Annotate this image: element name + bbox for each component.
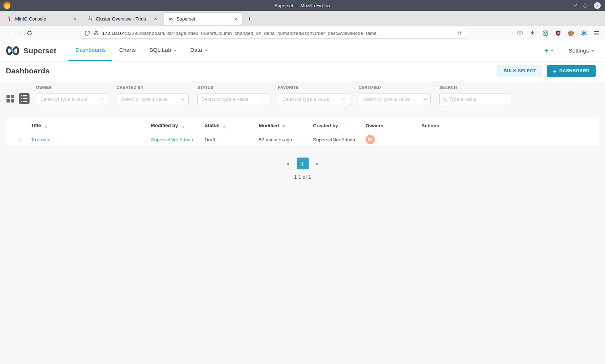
favorite-star-icon[interactable]: ☆ xyxy=(6,136,22,144)
extension-green-icon[interactable] xyxy=(542,30,548,36)
modified-value: 57 minutes ago xyxy=(259,137,292,142)
tab-minio-console[interactable]: MinIO Console × xyxy=(2,13,81,25)
filter-certified: CERTIFIED Select or type a value xyxy=(359,85,431,105)
forward-icon[interactable]: → xyxy=(14,28,24,38)
tab-close-icon[interactable]: × xyxy=(233,16,239,22)
owner-avatar[interactable]: SA xyxy=(366,135,375,144)
superset-brand[interactable]: Superset xyxy=(0,40,56,61)
svg-text:UD: UD xyxy=(557,32,560,34)
filter-owner: OWNER Select or type a value xyxy=(36,85,108,105)
page-number-button[interactable]: 1 xyxy=(297,158,309,169)
window-close-icon[interactable]: × xyxy=(594,2,601,9)
chevron-down-icon xyxy=(591,50,594,52)
prev-page-button[interactable]: « xyxy=(283,158,293,169)
insecure-lock-icon[interactable] xyxy=(93,31,99,36)
sort-icons xyxy=(45,125,47,129)
tab-strip: MinIO Console × Cluster Overview - Trino… xyxy=(0,11,605,26)
created-by-value: SupersetNur Admin xyxy=(313,137,355,142)
created-by-select[interactable]: Select or type a value xyxy=(117,93,189,105)
dashboards-table: Title Modified by Status Modified xyxy=(6,119,599,146)
ublock-shield-icon[interactable]: UD xyxy=(555,30,561,36)
column-header-owners: Owners xyxy=(366,119,421,133)
chevron-down-icon xyxy=(174,50,176,51)
tab-close-icon[interactable]: × xyxy=(72,16,78,22)
sort-icons xyxy=(223,125,225,129)
sort-icons-active-desc xyxy=(283,126,285,127)
column-header-title[interactable]: Title xyxy=(31,119,151,133)
superset-favicon: ∞ xyxy=(168,16,174,22)
tab-superset[interactable]: ∞ Superset × xyxy=(163,13,242,25)
chevron-down-icon xyxy=(342,96,346,100)
tab-trino-cluster-overview[interactable]: Cluster Overview - Trino × xyxy=(83,13,161,25)
chevron-down-icon xyxy=(423,96,427,100)
menu-icon[interactable] xyxy=(594,31,599,35)
search-input[interactable] xyxy=(449,96,506,102)
filter-status: STATUS Select or type a value xyxy=(197,85,269,105)
url-text: 172.18.0.4:32295/dashboard/list/?pageInd… xyxy=(102,31,377,36)
downloads-icon[interactable] xyxy=(530,30,535,36)
page-header: Dashboards BULK SELECT + DASHBOARD xyxy=(0,61,605,81)
bookmark-star-icon[interactable]: ☆ xyxy=(457,30,462,36)
plus-icon: + xyxy=(544,47,548,54)
browser-toolbar: ← → 172.18.0.4:32295/dashboard/list/?pag… xyxy=(0,26,605,40)
dashboard-title-link[interactable]: Taxi data xyxy=(31,137,50,142)
status-select[interactable]: Select or type a value xyxy=(197,93,269,105)
column-header-created-by: Created by xyxy=(313,119,366,133)
settings-menu[interactable]: Settings xyxy=(569,47,594,54)
tracking-shield-icon[interactable] xyxy=(85,31,90,36)
asterisk-extension-icon[interactable] xyxy=(581,30,587,36)
column-header-modified-by[interactable]: Modified by xyxy=(151,119,205,133)
list-view-icon[interactable] xyxy=(19,93,30,104)
nav-item-dashboards[interactable]: Dashboards xyxy=(68,40,112,61)
minimize-icon[interactable] xyxy=(573,3,577,6)
column-header-modified[interactable]: Modified xyxy=(259,119,313,133)
new-tab-button[interactable]: + xyxy=(244,14,255,24)
sort-icons xyxy=(182,125,184,129)
dashboard-list-content: OWNER Select or type a value CREATED BY … xyxy=(0,81,605,364)
url-bar[interactable]: 172.18.0.4:32295/dashboard/list/?pageInd… xyxy=(81,28,466,38)
tab-close-icon[interactable]: × xyxy=(153,16,158,22)
brand-name: Superset xyxy=(23,46,56,55)
superset-logo-icon xyxy=(5,46,20,55)
pocket-icon[interactable] xyxy=(517,30,523,36)
minio-flamingo-icon xyxy=(6,16,12,22)
new-item-menu[interactable]: + xyxy=(544,47,554,54)
nav-item-charts[interactable]: Charts xyxy=(112,40,143,61)
plus-icon: + xyxy=(553,68,556,74)
favorite-select[interactable]: Select or type a value xyxy=(278,93,350,105)
certified-select[interactable]: Select or type a value xyxy=(359,93,431,105)
pagination-summary: 1-1 of 1 xyxy=(0,174,605,180)
window-titlebar: Superset — Mozilla Firefox × xyxy=(0,0,605,11)
trino-rabbit-icon xyxy=(87,16,93,22)
table-header-row: Title Modified by Status Modified xyxy=(6,119,599,133)
reload-icon[interactable] xyxy=(24,28,35,38)
filter-bar: OWNER Select or type a value CREATED BY … xyxy=(0,81,605,105)
tab-label: MinIO Console xyxy=(15,16,72,22)
chevron-down-icon xyxy=(205,50,207,51)
card-view-icon[interactable] xyxy=(6,95,14,103)
chevron-down-icon xyxy=(100,96,104,100)
column-header-actions: Actions xyxy=(421,119,599,133)
bulk-select-button[interactable]: BULK SELECT xyxy=(497,65,542,77)
nav-item-data[interactable]: Data xyxy=(183,40,214,61)
status-value: Draft xyxy=(205,137,215,142)
chevron-down-icon xyxy=(551,50,554,52)
chevron-down-icon xyxy=(181,96,185,100)
superset-navbar: Superset Dashboards Charts SQL Lab Data … xyxy=(0,40,605,61)
dashboards-table-card: Title Modified by Status Modified xyxy=(6,119,599,147)
new-dashboard-button[interactable]: + DASHBOARD xyxy=(547,65,596,77)
column-header-status[interactable]: Status xyxy=(205,119,259,133)
modified-by-link[interactable]: SupersetNur Admin xyxy=(151,137,193,142)
owner-select[interactable]: Select or type a value xyxy=(36,93,108,105)
chevron-down-icon xyxy=(261,96,265,100)
maximize-icon[interactable] xyxy=(583,3,587,8)
filter-search: SEARCH xyxy=(439,85,511,105)
window-title: Superset — Mozilla Firefox xyxy=(0,3,605,8)
search-icon xyxy=(443,97,446,101)
table-row: ☆ Taxi data SupersetNur Admin Draft 57 m… xyxy=(6,133,599,146)
pagination: « 1 » xyxy=(0,158,605,169)
next-page-button[interactable]: » xyxy=(312,158,322,169)
cookie-icon[interactable] xyxy=(568,30,574,36)
nav-item-sql-lab[interactable]: SQL Lab xyxy=(143,40,184,61)
back-icon[interactable]: ← xyxy=(4,28,14,38)
